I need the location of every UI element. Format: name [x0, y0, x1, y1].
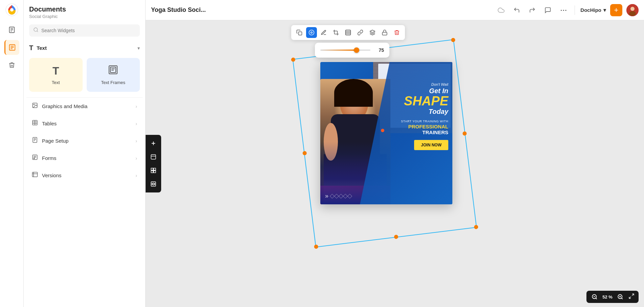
add-new-button[interactable]: +: [610, 4, 622, 16]
text-frames-widget-icon: [108, 65, 118, 77]
svg-point-38: [311, 32, 313, 34]
svg-point-35: [629, 11, 636, 16]
left-panel: Documents Social Graphic T Text ▾ T: [24, 0, 146, 307]
svg-rect-44: [382, 32, 387, 35]
top-bar-actions: ⋯ DocHipo ▾ +: [495, 4, 639, 16]
sidebar-icon-pages[interactable]: [4, 40, 19, 55]
opacity-slider[interactable]: [320, 49, 370, 51]
toolbar-lock-button[interactable]: [379, 27, 390, 38]
comment-button[interactable]: [542, 4, 554, 16]
side-magic-button[interactable]: [148, 178, 159, 190]
fullscreen-button[interactable]: [628, 293, 635, 301]
toolbar-pencil-button[interactable]: [318, 27, 329, 38]
sidebar-icon-documents[interactable]: [4, 22, 19, 37]
tables-label: Tables: [42, 121, 57, 126]
poster-text-content: Don't Wait Get In SHAPE Today START YOUR…: [372, 82, 448, 150]
sidebar-item-tables[interactable]: Tables ›: [26, 116, 143, 131]
text-section-chevron: ▾: [137, 45, 140, 51]
opacity-popup: 75: [315, 43, 389, 58]
poster-arrows: »: [325, 192, 351, 200]
svg-point-37: [309, 30, 314, 35]
side-toolbar: [146, 135, 161, 192]
svg-rect-50: [154, 168, 156, 170]
dochipo-menu-button[interactable]: DocHipo ▾: [580, 7, 606, 13]
text-widgets-container: T Text Text Frames: [24, 55, 145, 97]
forms-icon: [32, 154, 38, 162]
side-layers-button[interactable]: [148, 151, 159, 163]
svg-point-17: [34, 104, 34, 105]
toolbar-opacity-button[interactable]: [343, 27, 353, 38]
svg-rect-52: [154, 171, 156, 173]
handle-tr[interactable]: [451, 38, 455, 42]
floating-toolbar: [291, 25, 405, 40]
opacity-value: 75: [374, 47, 384, 53]
svg-rect-49: [151, 168, 153, 170]
page-setup-arrow: ›: [135, 138, 137, 144]
handle-bm[interactable]: [394, 234, 398, 239]
text-section-icon: T: [29, 44, 33, 52]
sidebar-item-graphics-and-media[interactable]: Graphics and Media ›: [26, 98, 143, 114]
toolbar-link-button[interactable]: [355, 27, 366, 38]
svg-rect-29: [34, 158, 35, 159]
widget-text[interactable]: T Text: [29, 58, 83, 92]
svg-rect-36: [299, 32, 302, 35]
handle-br[interactable]: [474, 225, 478, 229]
svg-point-1: [10, 8, 14, 12]
zoom-in-button[interactable]: [616, 293, 624, 301]
search-bar: [29, 24, 140, 37]
handle-ml[interactable]: [302, 151, 307, 155]
side-grid-button[interactable]: [148, 165, 159, 176]
poster-get-in: Get In: [372, 87, 448, 95]
svg-rect-53: [151, 182, 156, 186]
handle-bl[interactable]: [314, 244, 318, 249]
poster-dont-wait: Don't Wait: [372, 82, 448, 86]
dochipo-chevron: ▾: [603, 7, 606, 13]
forms-arrow: ›: [135, 156, 137, 161]
graphics-icon: [32, 102, 38, 110]
svg-rect-51: [151, 171, 153, 173]
sidebar-icon-trash[interactable]: [4, 58, 19, 73]
panel-title: Documents: [29, 5, 140, 13]
side-add-button[interactable]: [148, 138, 159, 149]
poster-card[interactable]: Don't Wait Get In SHAPE Today START YOUR…: [320, 62, 452, 204]
more-options-button[interactable]: ⋯: [558, 4, 569, 16]
svg-line-61: [621, 298, 622, 299]
tables-arrow: ›: [135, 121, 137, 126]
redo-button[interactable]: [527, 4, 538, 16]
text-widget-label: Text: [52, 80, 60, 85]
poster-shape: SHAPE: [372, 95, 448, 107]
toolbar-crop-button[interactable]: [330, 27, 341, 38]
widget-text-frames[interactable]: Text Frames: [87, 58, 140, 92]
text-section-label: Text: [37, 45, 47, 51]
toolbar-copy-button[interactable]: [294, 27, 305, 38]
cloud-save-button[interactable]: [495, 4, 507, 16]
handle-mr[interactable]: [463, 131, 467, 136]
poster-join-btn[interactable]: JOIN NOW: [414, 140, 448, 150]
versions-arrow: ›: [135, 173, 137, 178]
panel-subtitle: Social Graphic: [29, 14, 140, 19]
undo-button[interactable]: [511, 4, 522, 16]
search-widgets-input[interactable]: [41, 28, 136, 33]
svg-line-11: [37, 31, 38, 32]
sidebar-item-versions[interactable]: Versions ›: [26, 167, 143, 183]
dochipo-brand-label: DocHipo: [580, 7, 601, 13]
forms-label: Forms: [42, 155, 57, 161]
handle-tl[interactable]: [291, 57, 295, 62]
poster-start: START YOUR TRAINING WITH: [372, 120, 448, 123]
icon-bar: [0, 0, 24, 307]
text-frames-widget-label: Text Frames: [101, 80, 125, 85]
text-section-header[interactable]: T Text ▾: [24, 41, 145, 55]
sidebar-item-forms[interactable]: Forms ›: [26, 150, 143, 166]
user-avatar[interactable]: [626, 4, 639, 16]
toolbar-style-button[interactable]: [306, 27, 317, 38]
toolbar-layers-button[interactable]: [367, 27, 378, 38]
text-widget-icon: T: [52, 65, 59, 77]
main-area: Yoga Studio Soci...: [146, 0, 644, 307]
canvas-workspace: Don't Wait Get In SHAPE Today START YOUR…: [276, 42, 513, 286]
versions-icon: [32, 171, 38, 179]
top-bar: Yoga Studio Soci...: [146, 0, 644, 20]
toolbar-delete-button[interactable]: [391, 27, 402, 38]
sidebar-item-page-setup[interactable]: Page Setup ›: [26, 133, 143, 149]
app-logo[interactable]: [5, 3, 18, 16]
zoom-out-button[interactable]: [591, 293, 599, 301]
